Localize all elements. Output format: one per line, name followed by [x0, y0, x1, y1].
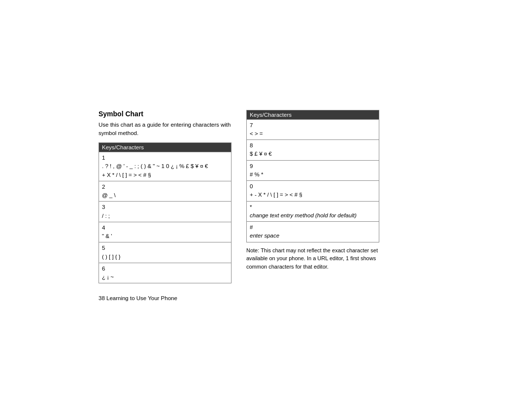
content-area: Symbol Chart Use this chart as a guide f… [99, 100, 433, 311]
chars-label: $ £ ¥ ¤ € [250, 151, 272, 157]
left-row-5: 5 ( ) [ ] { } [99, 242, 232, 263]
right-symbol-table: Keys/Characters 7 < > = 8 [246, 110, 379, 242]
key-label: # [250, 224, 253, 230]
chars-label: + - X * / \ [ ] = > < # § [250, 192, 302, 198]
key-label: 2 [102, 184, 105, 190]
right-row-star: * change text entry method (hold for def… [247, 201, 379, 222]
right-row-9: 9 # % * [247, 160, 379, 181]
note-text: Note: This chart may not reflect the exa… [246, 246, 379, 271]
chars-label-italic: change text entry method (hold for defau… [250, 212, 357, 218]
table-row: 6 ¿ ¡ ~ [99, 263, 232, 283]
left-column: Symbol Chart Use this chart as a guide f… [99, 110, 232, 284]
left-row-4: 4 " & ' [99, 222, 232, 242]
left-row-1: 1 . ? ! , @ ' - _ : ; ( ) & " ~ 1 0 ¿ ¡ … [99, 152, 232, 181]
table-row: 8 $ £ ¥ ¤ € [247, 140, 379, 161]
right-row-hash: # enter space [247, 222, 379, 242]
key-label: 4 [102, 225, 105, 231]
table-row: # enter space [247, 222, 379, 242]
table-row: 5 ( ) [ ] { } [99, 242, 232, 263]
intro-text: Use this chart as a guide for entering c… [99, 121, 232, 138]
key-label: 5 [102, 245, 105, 251]
key-label: 7 [250, 122, 253, 128]
section-title: Symbol Chart [99, 110, 232, 118]
right-row-0: 0 + - X * / \ [ ] = > < # § [247, 181, 379, 202]
chars-label: / : ; [102, 213, 110, 219]
chars-label: " & ' [102, 233, 112, 239]
left-row-6: 6 ¿ ¡ ~ [99, 263, 232, 283]
table-row: 7 < > = [247, 119, 379, 140]
right-table-header: Keys/Characters [247, 110, 379, 119]
table-row: 0 + - X * / \ [ ] = > < # § [247, 181, 379, 202]
left-row-3: 3 / : ; [99, 202, 232, 222]
chars-label: . ? ! , @ ' - _ : ; ( ) & " ~ 1 0 ¿ ¡ % … [102, 163, 208, 177]
footer-text: 38 Learning to Use Your Phone [99, 293, 433, 301]
main-content: Symbol Chart Use this chart as a guide f… [99, 110, 433, 284]
chars-label: # % * [250, 171, 264, 177]
table-row: 2 @ _ \ [99, 181, 232, 202]
key-label: * [250, 204, 252, 210]
left-table-header: Keys/Characters [99, 143, 232, 152]
left-row-2: 2 @ _ \ [99, 181, 232, 202]
table-row: * change text entry method (hold for def… [247, 201, 379, 222]
chars-label: ( ) [ ] { } [102, 254, 121, 260]
right-row-7: 7 < > = [247, 119, 379, 140]
page-container: Symbol Chart Use this chart as a guide f… [0, 0, 532, 411]
chars-label: ¿ ¡ ~ [102, 274, 114, 280]
key-label: 6 [102, 266, 105, 272]
key-label: 1 [102, 155, 105, 161]
right-row-8: 8 $ £ ¥ ¤ € [247, 140, 379, 161]
key-label: 9 [250, 163, 253, 169]
table-row: 9 # % * [247, 160, 379, 181]
chars-label: @ _ \ [102, 192, 116, 198]
right-column: Keys/Characters 7 < > = 8 [246, 110, 379, 271]
table-row: 3 / : ; [99, 202, 232, 222]
key-label: 3 [102, 204, 105, 210]
key-label: 0 [250, 183, 253, 189]
chars-label-italic: enter space [250, 233, 279, 239]
chars-label: < > = [250, 131, 263, 137]
key-label: 8 [250, 142, 253, 148]
table-row: 1 . ? ! , @ ' - _ : ; ( ) & " ~ 1 0 ¿ ¡ … [99, 152, 232, 181]
table-row: 4 " & ' [99, 222, 232, 242]
left-symbol-table: Keys/Characters 1 . ? ! , @ ' - _ : ; ( … [99, 142, 232, 283]
